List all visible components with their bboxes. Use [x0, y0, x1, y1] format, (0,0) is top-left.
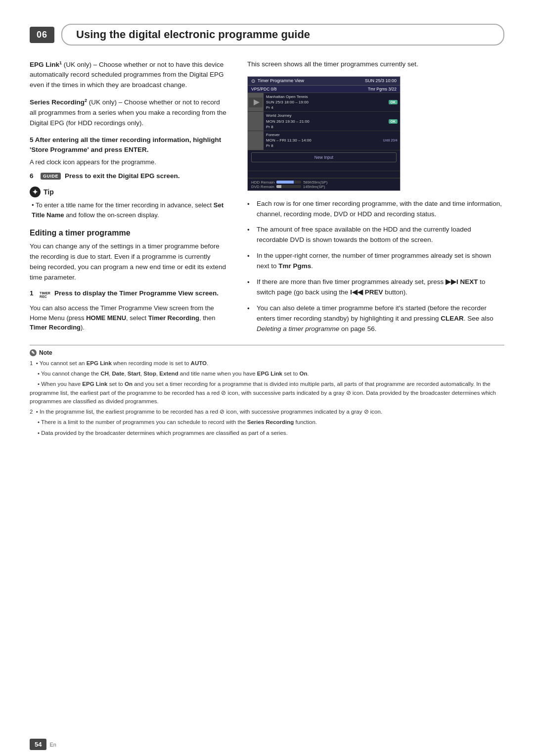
bullet-2: The amount of free space available on th…: [247, 225, 504, 245]
screen-header-row: VPS/PDC 0/8 Tmr Pgms 3/22: [248, 86, 400, 93]
screen-new-input[interactable]: New Input: [251, 152, 397, 162]
dvd-remain-value: 145h9m(SP): [303, 185, 325, 189]
timer-rec-label: TIMERREC: [40, 291, 50, 298]
step-1-body-text: Press to display the Timer Programme Vie…: [54, 289, 219, 297]
note-2b: • There is a limit to the number of prog…: [30, 418, 504, 426]
note-2: 2 • In the programme list, the earliest …: [30, 408, 504, 416]
note-header: ✎ Note: [30, 349, 504, 356]
screen-title-left: ⊙ Timer Programme View: [251, 78, 304, 84]
note-label: Note: [39, 349, 52, 356]
note-section: ✎ Note 1 • You cannot set an EPG Link wh…: [30, 345, 504, 437]
screen-info-1: Manhattan Open Tennis SUN 25/3 18:00 – 1…: [264, 93, 381, 112]
step-6-body: Press to exit the Digital EPG screen.: [65, 172, 180, 180]
step-6-body-text: Press to exit the Digital EPG screen.: [65, 172, 180, 180]
two-col-layout: EPG Link1 (UK only) – Choose whether or …: [0, 59, 534, 340]
tip-content: • To enter a title name for the timer re…: [30, 200, 227, 220]
page-lang: En: [49, 742, 56, 748]
bullet-3-text: In the upper-right corner, the number of…: [257, 251, 504, 272]
bullet-4-text: If there are more than five timer progra…: [257, 277, 504, 298]
tmr-pgms-label: Tmr Pgms: [278, 262, 311, 270]
series-recording-heading: Series Recording2: [30, 98, 87, 106]
screen-thumb-3: [248, 131, 264, 150]
epg-link-suffix: (UK only): [62, 61, 91, 68]
bullet-5-text: You can also delete a timer programme be…: [257, 303, 504, 334]
footer-left: HDD Remain 589h59m(SP) DVD Remain 145h9m…: [251, 180, 327, 189]
screen-status-1: OK: [381, 93, 400, 112]
screen-title: Timer Programme View: [258, 78, 304, 83]
deleting-label: Deleting a timer programme: [257, 325, 339, 332]
clear-label: CLEAR: [441, 315, 464, 322]
note-icon: ✎: [30, 349, 37, 356]
screen-empty-row-1: [248, 164, 400, 171]
timer-programme-screen: ⊙ Timer Programme View SUN 25/3 10:00 VP…: [247, 76, 400, 191]
tip-box: ✦ Tip • To enter a title name for the ti…: [30, 187, 227, 220]
timer-recording2-label: Timer Recording: [30, 324, 81, 331]
prog-1-name: Manhattan Open Tennis: [266, 94, 379, 99]
right-intro: This screen shows all the timer programm…: [247, 59, 504, 70]
note-1c: • When you have EPG Link set to On and y…: [30, 380, 504, 406]
step-1-body: Press to display the Timer Programme Vie…: [54, 289, 219, 297]
hdd-fill: [276, 181, 294, 184]
screen-row-2: World Journey MON 26/3 19:30 – 21:00 Pr …: [248, 112, 400, 131]
tip-icon: ✦: [30, 187, 41, 197]
tip-label: Tip: [44, 188, 54, 196]
series-recording-para: Series Recording2 (UK only) – Choose whe…: [30, 97, 227, 128]
prog-2-datetime: MON 26/3 19:30 – 21:00: [266, 119, 379, 124]
tip-body: To enter a title name for the timer reco…: [32, 201, 223, 219]
editing-section-heading: Editing a timer programme: [30, 229, 227, 237]
timer-recording-label: Timer Recording: [148, 314, 199, 322]
screen-status-3: Until 20/4: [381, 131, 400, 150]
note-1: 1 • You cannot set an EPG Link when reco…: [30, 359, 504, 368]
series-suffix: (UK only): [87, 98, 117, 106]
ok-badge-1: OK: [389, 100, 398, 104]
bullet-4: If there are more than five timer progra…: [247, 277, 504, 298]
note-2c: • Data provided by the broadcaster deter…: [30, 429, 504, 437]
step-6: 6 GUIDE Press to exit the Digital EPG sc…: [30, 172, 227, 180]
dvd-remain-row: DVD Remain 145h9m(SP): [251, 185, 327, 189]
editing-body: You can change any of the settings in a …: [30, 241, 227, 283]
dvd-remain-label: DVD Remain: [251, 185, 274, 189]
prev-label: I◀◀ PREV: [350, 288, 383, 296]
screen-row-1: Manhattan Open Tennis SUN 25/3 18:00 – 1…: [248, 93, 400, 112]
bullet-3: In the upper-right corner, the number of…: [247, 251, 504, 272]
step-1-sub: You can also access the Timer Programme …: [30, 303, 227, 332]
dvd-fill: [276, 185, 281, 188]
hdd-remain-label: HDD Remain: [251, 180, 274, 185]
prog-3-name: Forever: [266, 132, 379, 138]
page-container: 06 Using the digital electronic programm…: [0, 24, 534, 756]
prog-3-channel: Pr 8: [266, 143, 379, 148]
left-column: EPG Link1 (UK only) – Choose whether or …: [30, 59, 242, 340]
prog-3-datetime: MON – FRI 11:30 – 14:00: [266, 138, 379, 143]
bullet-1: Each row is for one timer recording prog…: [247, 199, 504, 220]
prog-2-name: World Journey: [266, 113, 379, 118]
step-5-body: A red clock icon appears for the program…: [30, 157, 227, 167]
home-menu-label: HOME MENU: [86, 314, 126, 322]
step-5-heading: 5 After entering all the timer recording…: [30, 135, 227, 156]
guide-btn-label: GUIDE: [41, 173, 61, 180]
tmr-pgms: Tmr Pgms 3/22: [368, 87, 397, 92]
tip-header: ✦ Tip: [30, 187, 227, 197]
guide-button-icon: GUIDE: [41, 172, 61, 180]
prog-2-channel: Pr 8: [266, 124, 379, 130]
bullet-2-text: The amount of free space available on th…: [257, 225, 504, 245]
dvd-bar: [276, 185, 301, 188]
step-1-num: 1: [30, 289, 37, 297]
screen-info-3: Forever MON – FRI 11:30 – 14:00 Pr 8: [264, 131, 381, 150]
hdd-remain-row: HDD Remain 589h59m(SP): [251, 180, 327, 185]
page-number: 54: [30, 739, 46, 750]
screen-empty-row-2: [248, 171, 400, 178]
screen-icon: ⊙: [251, 78, 255, 84]
note-1b: • You cannot change the CH, Date, Start,…: [30, 370, 504, 378]
screen-status-2: OK: [381, 112, 400, 131]
right-column: This screen shows all the timer programm…: [242, 59, 504, 340]
page-number-box: 54 En: [30, 739, 56, 750]
note-content: 1 • You cannot set an EPG Link when reco…: [30, 359, 504, 437]
vps-label: VPS/PDC 0/8: [251, 87, 277, 92]
bullet-1-text: Each row is for one timer recording prog…: [257, 199, 504, 220]
right-bullet-list: Each row is for one timer recording prog…: [247, 199, 504, 334]
screen-titlebar: ⊙ Timer Programme View SUN 25/3 10:00: [248, 77, 400, 86]
screen-thumb-2: [248, 112, 264, 131]
screen-footer: HDD Remain 589h59m(SP) DVD Remain 145h9m…: [248, 178, 400, 190]
chapter-title: Using the digital electronic programme g…: [61, 24, 504, 46]
epg-link-heading: EPG Link1: [30, 61, 62, 68]
